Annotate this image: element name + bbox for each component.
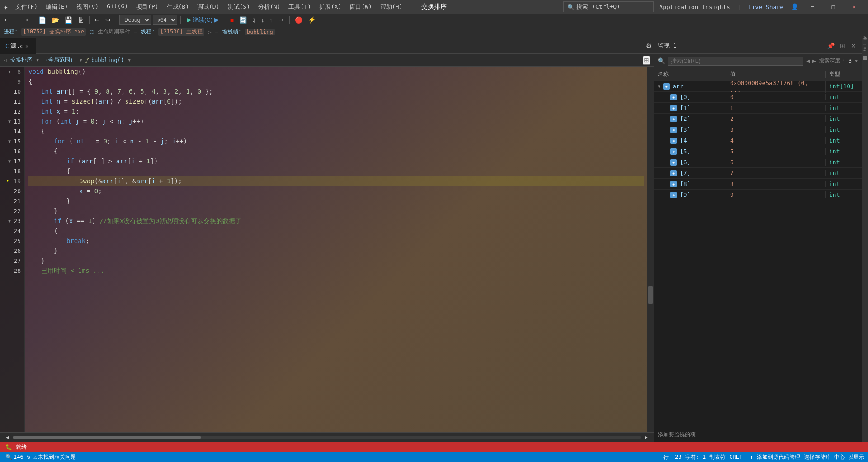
collapse-8[interactable]: ▼ (8, 69, 11, 74)
menu-edit[interactable]: 编辑(E) (42, 2, 71, 12)
app-insights-label[interactable]: Application Insights (659, 4, 730, 10)
statusbar-zoom[interactable]: 🔍 146 % (4, 454, 32, 460)
scroll-right[interactable]: ▶ (643, 434, 650, 441)
code-content[interactable]: void bubbling() { int arr[] = { 9, 8, 7,… (25, 67, 647, 432)
issues-text: 未找到相关问题 (38, 453, 76, 461)
gutter-line-16: 16 (0, 146, 24, 156)
encoding-info[interactable]: 制表符 (709, 453, 726, 461)
watch-row-0[interactable]: ◈[0] 0 int (654, 92, 862, 103)
depth-arrow[interactable]: ▾ (854, 57, 858, 64)
watch-pin-button[interactable]: 📌 (825, 41, 836, 50)
add-to-source-control[interactable]: ↑ 添加到源代码管理 (750, 453, 800, 461)
menu-view[interactable]: 视图(V) (73, 2, 102, 12)
run-to-cursor-button[interactable]: → (276, 15, 286, 24)
source-tab[interactable]: C 源.c ✕ (0, 38, 36, 54)
close-button[interactable]: ✕ (844, 0, 864, 14)
menu-debug[interactable]: 调试(D) (193, 2, 223, 12)
item-7-value: 7 (726, 170, 826, 176)
step-over-button[interactable]: ⤵ (250, 15, 257, 24)
menu-window[interactable]: 窗口(W) (346, 2, 375, 12)
gutter-line-28: 28 (0, 266, 24, 276)
redo-button[interactable]: ↪ (104, 15, 113, 24)
col-info[interactable]: 字符: 1 (685, 453, 706, 461)
menu-extensions[interactable]: 扩展(X) (316, 2, 345, 12)
step-out-button[interactable]: ↑ (268, 15, 274, 24)
scope-global[interactable]: （全局范围） (43, 56, 75, 64)
settings-icon[interactable]: ⚙ (644, 41, 654, 50)
open-button[interactable]: 📂 (50, 15, 61, 24)
item-9-name: [9] (680, 191, 690, 198)
menu-project[interactable]: 项目(P) (132, 2, 162, 12)
thread-value[interactable]: [21536] 主线程 (158, 28, 204, 36)
maximize-button[interactable]: □ (823, 0, 844, 14)
add-watch-area[interactable]: 添加要监视的项 (654, 427, 862, 442)
forward-button[interactable]: ⟶ (17, 15, 30, 24)
save-button[interactable]: 💾 (63, 15, 74, 24)
search-arrow-right[interactable]: ▶ (812, 57, 816, 64)
menu-analyze[interactable]: 分析(N) (255, 2, 284, 12)
horizontal-scrollbar[interactable] (13, 436, 641, 439)
source-tab-close[interactable]: ✕ (25, 43, 28, 49)
watch-row-4[interactable]: ◈[4] 4 int (654, 135, 862, 146)
statusbar-issues[interactable]: ⚠ 未找到相关问题 (32, 453, 78, 461)
stack-value[interactable]: bubbling (245, 29, 275, 35)
menu-build[interactable]: 生成(B) (163, 2, 193, 12)
breakpoint-button[interactable]: 🔴 (293, 15, 304, 24)
watch-close-button[interactable]: ✕ (849, 41, 858, 50)
step-into-button[interactable]: ↓ (259, 15, 266, 24)
watch-row-arr[interactable]: ▼ ◈ arr 0x0000009e5a37f768 {0, ... int[1… (654, 81, 862, 92)
tab-options[interactable]: ⋮ (630, 42, 644, 50)
collapse-17[interactable]: ▼ (8, 159, 11, 164)
exception-button[interactable]: ⚡ (306, 15, 317, 24)
collapse-15[interactable]: ▼ (8, 139, 11, 144)
watch-row-6[interactable]: ◈[6] 6 int (654, 157, 862, 168)
watch-row-9[interactable]: ◈[9] 9 int (654, 190, 862, 200)
editor-scrollbar[interactable] (647, 67, 654, 432)
repo-label[interactable]: 选择存储库 中心 以显示 (804, 453, 864, 461)
watch-expand-button[interactable]: ⊞ (838, 41, 847, 50)
live-share-label[interactable]: Live Share (748, 4, 783, 10)
watch-row-1[interactable]: ◈[1] 1 int (654, 103, 862, 114)
new-file-button[interactable]: 📄 (37, 15, 48, 24)
right-sidebar: Git变更 团队资源管理器 (862, 38, 868, 442)
watch-row-8[interactable]: ◈[8] 8 int (654, 179, 862, 190)
save-all-button[interactable]: 🗄 (76, 15, 86, 24)
item-6-value: 6 (726, 159, 826, 166)
platform-select[interactable]: x64 (153, 15, 177, 25)
collapse-23[interactable]: ▼ (8, 219, 11, 224)
menu-file[interactable]: 文件(F) (12, 2, 41, 12)
watch-search-input[interactable] (668, 57, 803, 66)
arr-expand-icon[interactable]: ▼ (658, 84, 660, 89)
watch-row-2[interactable]: ◈[2] 2 int (654, 114, 862, 124)
sidebar-icon-1[interactable]: Git变更 (862, 43, 868, 51)
vertical-scrollbar-thumb[interactable] (648, 286, 653, 304)
process-value[interactable]: [30752] 交换排序.exe (21, 28, 86, 36)
search-arrow-left[interactable]: ◀ (806, 57, 810, 64)
minimize-button[interactable]: ─ (802, 0, 823, 14)
watch-rows[interactable]: ▼ ◈ arr 0x0000009e5a37f768 {0, ... int[1… (654, 81, 862, 427)
menu-help[interactable]: 帮助(H) (377, 2, 406, 12)
split-editor-button[interactable]: ⊞ (643, 56, 650, 65)
watch-row-5[interactable]: ◈[5] 5 int (654, 146, 862, 157)
search-bar[interactable]: 🔍 搜索 (Ctrl+Q) (563, 1, 654, 12)
back-button[interactable]: ⟵ (3, 15, 15, 24)
menu-git[interactable]: Git(G) (103, 2, 132, 12)
gutter-line-25: 25 (0, 236, 24, 246)
debug-config-select[interactable]: Debug (119, 15, 151, 25)
line-ending-info[interactable]: CRLF (729, 454, 742, 460)
scope-function[interactable]: bubbling() (91, 57, 124, 63)
menu-tools[interactable]: 工具(T) (285, 2, 314, 12)
code-editor[interactable]: ▼ 8 9 10 11 12 ▼ 13 14 ▼ 15 16 ▼ (0, 67, 654, 432)
menu-test[interactable]: 测试(S) (224, 2, 254, 12)
stop-button[interactable]: ■ (228, 15, 236, 24)
restart-button[interactable]: 🔄 (237, 15, 249, 24)
collapse-13[interactable]: ▼ (8, 119, 11, 124)
horizontal-scrollbar-thumb[interactable] (13, 436, 201, 439)
lifecycle-value: 生命周期事件 (98, 28, 130, 36)
scroll-left[interactable]: ◀ (4, 434, 11, 441)
row-info[interactable]: 行: 28 (663, 453, 682, 461)
watch-row-3[interactable]: ◈[3] 3 int (654, 124, 862, 135)
watch-row-7[interactable]: ◈[7] 7 int (654, 168, 862, 179)
continue-button[interactable]: ▶ 继续(C) ▶ (184, 15, 222, 25)
undo-button[interactable]: ↩ (93, 15, 102, 24)
